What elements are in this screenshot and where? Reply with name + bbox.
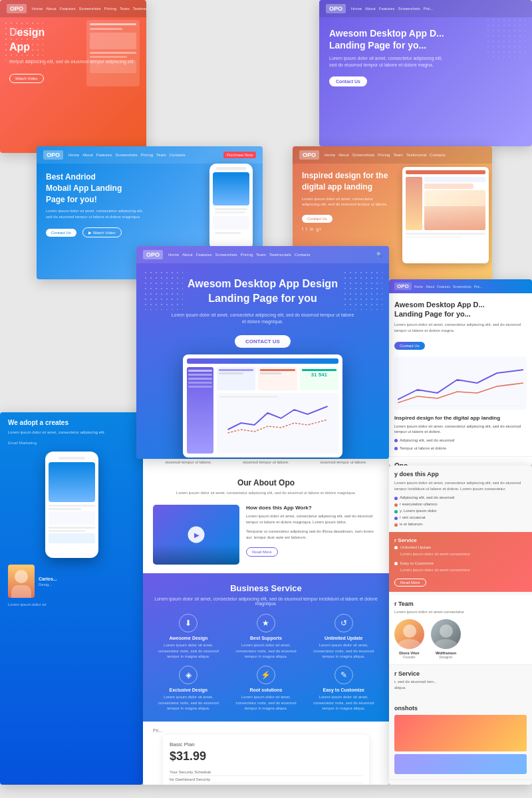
preview-container: OPO Home About Features Screenshots Pric…	[0, 0, 532, 798]
card5-subtitle: Lorem ipsum dolor sit amet, consectetur …	[170, 312, 356, 326]
about-section-title: Our About Opo	[153, 478, 379, 487]
biz-item-2: ★ Best Supports Lorem ipsum dolor sit am…	[231, 614, 302, 659]
right-inspired-desc: Lorem ipsum dolor sit amet, consectetur …	[394, 424, 527, 435]
team-member-2-role: Designer	[431, 655, 461, 659]
card3-contact-btn[interactable]: Contact Us	[46, 229, 76, 237]
biz-item-title-5: Root solutions	[231, 688, 302, 692]
biz-subtitle: Lorem ipsum dolor sit amet, consectetur …	[153, 597, 379, 606]
card1-nav: Home About Features Screenshots Pricing …	[32, 7, 146, 11]
red-service-section: r Service Unlimited Update Lorem ipsum d…	[389, 532, 532, 592]
biz-item-desc-4: Lorem ipsum dolor sit amet, consectetur …	[153, 694, 224, 711]
card4-title: Inspired design for the digital app land…	[302, 170, 395, 193]
app-work-desc2: Temporar ut consectetur adipiscing sed d…	[246, 529, 379, 541]
card1-logo: OPO	[7, 4, 27, 13]
biz-icon-4: ◈	[179, 666, 198, 684]
right-contact-btn[interactable]: Contact Us	[394, 342, 425, 350]
right-inspired-title: Inspired design for the digital app land…	[394, 415, 527, 421]
card-bottom-left-blue: We adopt a creates Lorem ipsum dolor sit…	[0, 412, 143, 785]
card3-logo: OPO	[43, 150, 63, 160]
card5-contact-btn[interactable]: CONTACT US	[235, 335, 291, 348]
biz-item-title-1: Awesome Design	[153, 636, 224, 640]
app-work-desc: Lorem ipsum dolor sit amet, consectetur …	[246, 513, 379, 525]
red-service-title: r Service	[394, 537, 527, 543]
card-right-lower: y does this App Lorem ipsum dolor sit am…	[389, 466, 532, 785]
card5-logo: OPO	[143, 250, 163, 259]
card-bottom-middle: 01 ✏ Creative Design Lorem ipsum dolor s…	[143, 412, 389, 785]
card3-title: Best AndriodMobail App LandingPage for y…	[46, 172, 152, 205]
plan-name: Basic Plan	[170, 741, 362, 747]
biz-item-desc-1: Lorem ipsum dolor sit amet, consectetur …	[153, 642, 224, 659]
biz-item-title-3: Unlimited Update	[308, 636, 379, 640]
pricing-label: Pri...	[153, 728, 379, 733]
card1-watch-btn[interactable]: Watch Video	[9, 74, 44, 83]
plan-price: $31.99	[170, 749, 362, 763]
biz-icon-3: ↺	[334, 614, 353, 632]
does-app-title: y does this App	[394, 471, 527, 477]
pricing-feature-1: Your Security Schedule	[170, 769, 362, 776]
team-member-1-role: Founder	[394, 655, 424, 659]
card-right-desktop: OPO Home About Features Screenshots Pric…	[389, 279, 532, 466]
pricing-feature-3: for Dashboard is Supar	[170, 783, 362, 785]
biz-item-desc-3: Lorem ipsum dolor sit amet, consectetur …	[308, 642, 379, 659]
card6-email-label: Email Marketing	[8, 441, 135, 445]
card2-subtitle: Lorem ipsum dolor sit amet, consectetur …	[329, 55, 449, 68]
biz-item-3: ↺ Unlimited Update Lorem ipsum dolor sit…	[308, 614, 379, 659]
about-section-desc: Lorem ipsum dolor sit amet, consectetur …	[153, 490, 379, 496]
biz-item-title-2: Best Supports	[231, 636, 302, 640]
biz-item-desc-6: Lorem ipsum dolor sit amet, consectetur …	[308, 694, 379, 711]
biz-icon-1: ⬇	[179, 614, 198, 632]
card2-contact-btn[interactable]: Contact Us	[329, 76, 367, 86]
card-pink-red: OPO Home About Features Screenshots Pric…	[0, 0, 146, 153]
card6-subtitle: Lorem ipsum dolor sit amet, consectetur …	[8, 430, 135, 436]
card2-logo: OPO	[326, 4, 346, 13]
card2-nav: Home About Features Screenshots Pric...	[351, 7, 525, 11]
right-service-title: r Service	[394, 670, 527, 677]
card4-logo: OPO	[299, 150, 319, 160]
biz-icon-6: ✎	[334, 666, 353, 684]
biz-item-5: ⚡ Root solutions Lorem ipsum dolor sit a…	[231, 666, 302, 711]
biz-icon-5: ⚡	[257, 666, 275, 684]
right-desktop-desc: Lorem ipsum dolor sit amet, consectetur …	[394, 322, 527, 334]
screenshots-partial-title: onshots	[394, 705, 527, 712]
card6-adopt-title: We adopt a creates	[8, 419, 135, 426]
card4-subtitle: Lorem ipsum dolor sit amet, consectetur …	[302, 196, 388, 207]
biz-item-title-6: Easy to Customize	[308, 688, 379, 692]
team-partial-title: r Team	[394, 600, 527, 607]
right-desktop-title: Awesom Desktop App D...Landing Page for …	[394, 300, 527, 319]
card-main-center: OPO Home About Features Screenshots Pric…	[136, 246, 389, 459]
card6-bottom-text: Lorem ipsum dolor sit	[8, 602, 135, 608]
pricing-card: Basic Plan $31.99 Your Security Schedule…	[163, 735, 369, 785]
pricing-feature-2: for Dashboard Security	[170, 776, 362, 783]
does-app-desc: Lorem ipsum dolor sit amet, consectetur …	[394, 480, 527, 492]
card5-title: Awesom Desktop App DesignLanding Page fo…	[150, 277, 376, 307]
card3-watch-btn[interactable]: ▶ Watch Video	[82, 227, 121, 237]
business-service-section: Business Service Lorem ipsum dolor sit a…	[143, 573, 389, 721]
biz-item-desc-2: Lorem ipsum dolor sit amet, consectetur …	[231, 642, 302, 659]
red-read-more-btn[interactable]: Read More	[394, 579, 426, 587]
biz-item-1: ⬇ Awesome Design Lorem ipsum dolor sit a…	[153, 614, 224, 659]
biz-item-desc-5: Lorem ipsum dolor sit amet, consectetur …	[231, 694, 302, 711]
card3-purchase-btn[interactable]: Purchase Now	[223, 152, 256, 158]
app-work-title: How does this App Work?	[246, 505, 379, 511]
biz-item-4: ◈ Exclusive Design Lorem ipsum dolor sit…	[153, 666, 224, 711]
card-top-right: OPO Home About Features Screenshots Pric…	[319, 0, 532, 146]
read-more-btn[interactable]: Read More	[246, 547, 278, 557]
biz-title: Business Service	[153, 583, 379, 593]
biz-item-title-4: Exclusive Design	[153, 688, 224, 692]
biz-icon-2: ★	[257, 614, 275, 632]
biz-item-6: ✎ Easy to Customize Lorem ipsum dolor si…	[308, 666, 379, 711]
card4-contact-btn[interactable]: Contact Us	[302, 215, 332, 223]
card3-subtitle: Lorem ipsum dolor sit amet, consectetur …	[46, 208, 146, 219]
